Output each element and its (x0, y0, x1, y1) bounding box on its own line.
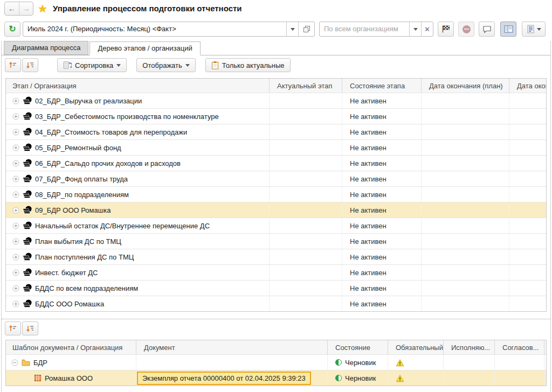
stage-label: План поступления ДС по ТМЦ (35, 253, 134, 261)
table-row[interactable]: 04_БДР_Стоимость товаров для перепродажи… (6, 124, 546, 139)
column-header-end-date[interactable]: Дата оконч (509, 79, 546, 93)
column-header-mandatory[interactable]: Обязательный (388, 340, 444, 354)
collapse-tree-icon (9, 61, 17, 69)
expand-icon[interactable] (12, 269, 19, 276)
comments-button[interactable] (479, 22, 495, 37)
stage-label: Начальный остаток ДС/Внутреннее перемеще… (35, 222, 210, 230)
table-row[interactable]: 07_БДР_Фонд оплаты труда Не активен (6, 171, 546, 186)
checkered-flag-icon (441, 25, 451, 33)
collapse-all-button[interactable] (5, 321, 21, 335)
refresh-icon: ↻ (9, 25, 16, 33)
stage-state: Не активен (342, 296, 422, 311)
sort-button[interactable]: Сортировка (57, 58, 127, 72)
choose-icon (303, 25, 310, 33)
table-row[interactable]: 05_БДР_Ремонтный фонд Не активен (6, 139, 546, 155)
document-cell-selected[interactable]: Экземпляр отчета 00000400 от 02.04.2025 … (137, 372, 311, 385)
column-header-actual-stage[interactable]: Актуальный этап (270, 79, 342, 93)
stage-icon (23, 268, 32, 277)
collapse-icon[interactable] (11, 359, 18, 366)
expand-icon[interactable] (12, 285, 19, 292)
content-area: Диаграмма процесса Дерево этапов / орган… (1, 41, 551, 392)
tab-stage-tree[interactable]: Дерево этапов / организаций (89, 41, 200, 55)
stage-state: Не активен (342, 109, 422, 124)
expand-all-button[interactable] (22, 58, 38, 72)
tab-process-diagram[interactable]: Диаграмма процесса (4, 41, 88, 55)
chevron-down-icon (413, 28, 418, 31)
expand-icon[interactable] (12, 113, 19, 120)
expand-icon[interactable] (12, 191, 19, 198)
expand-icon[interactable] (12, 300, 19, 307)
stage-label: 06_БДР_Сальдо прочих доходов и расходов (35, 159, 181, 167)
table-row[interactable]: БДДС по всем подразделениям Не активен (6, 280, 546, 296)
expand-tree-icon (26, 61, 34, 69)
column-header-stage[interactable]: Этап / Организация (6, 79, 270, 93)
table-row[interactable]: План поступления ДС по ТМЦ Не активен (6, 249, 546, 264)
panels-toggle-button[interactable] (500, 22, 516, 37)
expand-icon[interactable] (12, 144, 19, 151)
table-row[interactable]: 06_БДР_Сальдо прочих доходов и расходов … (6, 155, 546, 171)
table-row-selected[interactable]: 09_БДР ООО Ромашка Не активен (6, 202, 546, 218)
column-header-template-org[interactable]: Шаблон документа / Организация (6, 340, 136, 354)
column-header-executor[interactable]: Исполняю... (444, 340, 495, 354)
expand-icon[interactable] (12, 207, 19, 214)
expand-icon[interactable] (12, 222, 19, 229)
column-header-stage-state[interactable]: Состояние этапа (342, 79, 422, 93)
stage-label: План выбытия ДС по ТМЦ (35, 237, 121, 246)
table-row[interactable]: 02_БДР_Выручка от реализации Не активен (6, 93, 546, 108)
sort-button-label: Сортировка (75, 61, 113, 69)
favorite-star-icon[interactable]: ★ (38, 2, 47, 15)
reports-menu-button[interactable] (522, 22, 546, 37)
forward-button[interactable]: → (19, 2, 33, 15)
report-document-icon (527, 25, 535, 33)
organization-filter-placeholder[interactable]: По всем организациям (320, 22, 409, 36)
column-header-state[interactable]: Состояние (328, 340, 388, 354)
close-icon: ✕ (424, 25, 430, 33)
period-dropdown-button[interactable] (286, 22, 298, 36)
table-row[interactable]: БДДС ООО Ромашка Не активен (6, 296, 546, 311)
chevron-down-icon (291, 28, 295, 31)
table-row[interactable]: Начальный остаток ДС/Внутреннее перемеще… (6, 218, 546, 233)
stage-state: Не активен (342, 265, 422, 280)
column-header-document[interactable]: Документ (136, 340, 328, 354)
expand-icon[interactable] (12, 129, 19, 136)
expand-icon[interactable] (12, 238, 19, 245)
folder-icon (22, 359, 30, 366)
column-header-plan-end-date[interactable]: Дата окончания (план) (422, 79, 509, 93)
warning-icon (396, 359, 404, 367)
refresh-button[interactable]: ↻ (4, 22, 20, 37)
display-button[interactable]: Отображать (136, 58, 195, 72)
documents-table: Шаблон документа / Организация Документ … (5, 340, 547, 386)
chevron-down-icon (116, 64, 121, 67)
period-choose-button[interactable] (298, 22, 314, 36)
column-header-approver[interactable]: Согласов... (495, 340, 544, 354)
only-actual-button[interactable]: Только актуальные (205, 58, 291, 72)
table-row-selected[interactable]: Ромашка ООО Экземпляр отчета 00000400 от… (6, 370, 546, 386)
expand-icon[interactable] (12, 160, 19, 167)
period-value[interactable]: Июль 2024 г. (Периодичность: Месяц) <Фак… (23, 22, 286, 36)
table-row[interactable]: 03_БДР_Себестоимость производства по ном… (6, 108, 546, 124)
organization-clear-button[interactable]: ✕ (421, 22, 433, 36)
expand-icon[interactable] (12, 176, 19, 183)
document-instance-link[interactable]: Экземпляр отчета 00000400 от 02.04.2025 … (142, 374, 306, 382)
stage-label: Инвест. бюджет ДС (35, 269, 98, 277)
organization-label: Ромашка ООО (45, 374, 93, 382)
collapse-all-button[interactable] (5, 58, 21, 72)
table-row[interactable]: План выбытия ДС по ТМЦ Не активен (6, 233, 546, 249)
table-row[interactable]: Инвест. бюджет ДС Не активен (6, 264, 546, 280)
expand-icon[interactable] (12, 97, 19, 104)
table-row[interactable]: 08_БДР_по подразделениям Не активен (6, 186, 546, 202)
stage-icon (23, 112, 32, 121)
stage-icon (23, 221, 32, 230)
stage-icon (23, 128, 32, 136)
clipboard-icon (211, 61, 219, 69)
back-button[interactable]: ← (5, 2, 19, 15)
stage-state: Не активен (342, 202, 422, 218)
expand-all-button[interactable] (22, 321, 38, 335)
table-row[interactable]: БДР Черновик (6, 354, 546, 370)
period-field[interactable]: Июль 2024 г. (Периодичность: Месяц) <Фак… (23, 22, 315, 37)
organization-filter-field[interactable]: По всем организациям ✕ (319, 22, 433, 37)
expand-icon[interactable] (12, 254, 19, 261)
warning-icon (396, 374, 404, 382)
organization-dropdown-button[interactable] (409, 22, 421, 36)
finish-flag-button[interactable] (438, 22, 454, 37)
